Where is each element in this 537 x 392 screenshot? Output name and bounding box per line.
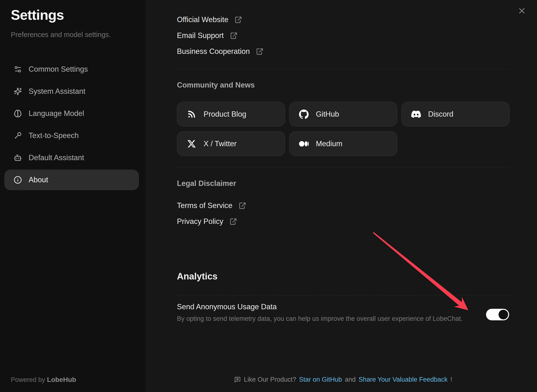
x-twitter-button[interactable]: X / Twitter <box>177 131 285 156</box>
sidebar-nav: Common Settings System Assistant Languag… <box>4 59 139 192</box>
powered-by-text: Powered by <box>11 376 45 383</box>
legal-section-title: Legal Disclaimer <box>177 179 236 188</box>
sidebar-item-label: Common Settings <box>29 65 88 74</box>
sparkles-icon <box>14 87 22 95</box>
link-label: Official Website <box>177 15 228 24</box>
bot-icon <box>14 154 22 162</box>
send-usage-data-toggle[interactable] <box>486 309 509 320</box>
link-label: Email Support <box>177 31 224 40</box>
footer-prefix: Like Our Product? <box>244 376 296 383</box>
sidebar-item-text-to-speech[interactable]: Text-to-Speech <box>4 125 139 146</box>
link-label: Terms of Service <box>177 201 232 210</box>
discord-button[interactable]: Discord <box>401 102 510 126</box>
link-label: Privacy Policy <box>177 217 223 226</box>
external-link-icon <box>239 202 246 209</box>
sidebar-item-label: About <box>29 176 48 184</box>
community-section-title: Community and News <box>177 81 255 89</box>
github-button[interactable]: GitHub <box>289 102 397 126</box>
message-square-heart-icon <box>234 376 241 383</box>
privacy-policy-link[interactable]: Privacy Policy <box>177 216 237 227</box>
medium-button[interactable]: Medium <box>289 131 397 156</box>
product-blog-button[interactable]: Product Blog <box>177 102 285 126</box>
official-website-link[interactable]: Official Website <box>177 14 242 25</box>
link-label: Business Cooperation <box>177 47 250 56</box>
external-link-icon <box>256 48 263 55</box>
star-on-github-link[interactable]: Star on GitHub <box>299 376 342 383</box>
medium-icon <box>299 139 309 149</box>
send-usage-data-description: By opting to send telemetry data, you ca… <box>177 315 463 322</box>
mic-icon <box>14 132 22 140</box>
settings-sidebar: Settings Preferences and model settings.… <box>0 0 146 392</box>
sliders-icon <box>14 65 22 73</box>
toggle-knob <box>499 310 508 319</box>
button-label: X / Twitter <box>204 139 237 148</box>
sidebar-item-label: System Assistant <box>29 87 85 96</box>
brain-icon <box>14 109 22 118</box>
powered-by: Powered byLobeHub <box>11 376 76 384</box>
lobehub-brand[interactable]: LobeHub <box>47 376 76 383</box>
rss-icon <box>187 109 196 119</box>
sidebar-item-common-settings[interactable]: Common Settings <box>4 59 139 80</box>
terms-of-service-link[interactable]: Terms of Service <box>177 200 246 211</box>
button-label: GitHub <box>316 110 339 119</box>
info-icon <box>14 176 22 184</box>
sidebar-item-about[interactable]: About <box>4 170 139 190</box>
close-button[interactable] <box>516 5 527 16</box>
business-cooperation-link[interactable]: Business Cooperation <box>177 46 263 57</box>
discord-icon <box>411 109 421 119</box>
sidebar-item-language-model[interactable]: Language Model <box>4 103 139 124</box>
page-subtitle: Preferences and model settings. <box>11 31 111 39</box>
close-icon <box>517 6 526 15</box>
button-label: Discord <box>428 110 453 119</box>
sidebar-item-label: Language Model <box>29 109 84 118</box>
external-link-icon <box>235 16 242 24</box>
external-link-icon <box>230 32 237 39</box>
share-feedback-link[interactable]: Share Your Valuable Feedback <box>359 376 448 383</box>
sidebar-item-default-assistant[interactable]: Default Assistant <box>4 147 139 168</box>
analytics-section-title: Analytics <box>177 271 218 282</box>
external-link-icon <box>230 218 237 225</box>
button-label: Medium <box>316 139 342 148</box>
sidebar-item-label: Text-to-Speech <box>29 131 79 140</box>
contact-section-title: Contact Us <box>177 0 216 1</box>
sidebar-item-label: Default Assistant <box>29 153 84 162</box>
x-twitter-icon <box>187 139 196 149</box>
section-divider <box>177 167 510 167</box>
about-panel: Contact Us Official Website Email Suppor… <box>177 0 510 392</box>
page-title: Settings <box>11 7 64 23</box>
sidebar-item-system-assistant[interactable]: System Assistant <box>4 81 139 102</box>
send-usage-data-label: Send Anonymous Usage Data <box>177 303 277 311</box>
footer-suffix: ! <box>450 376 452 383</box>
email-support-link[interactable]: Email Support <box>177 30 237 41</box>
section-divider <box>177 295 510 296</box>
section-divider <box>177 69 510 69</box>
footer-conjunction: and <box>345 376 356 383</box>
github-icon <box>299 109 309 119</box>
footer: Like Our Product? Star on GitHub and Sha… <box>177 376 510 383</box>
button-label: Product Blog <box>204 110 246 119</box>
